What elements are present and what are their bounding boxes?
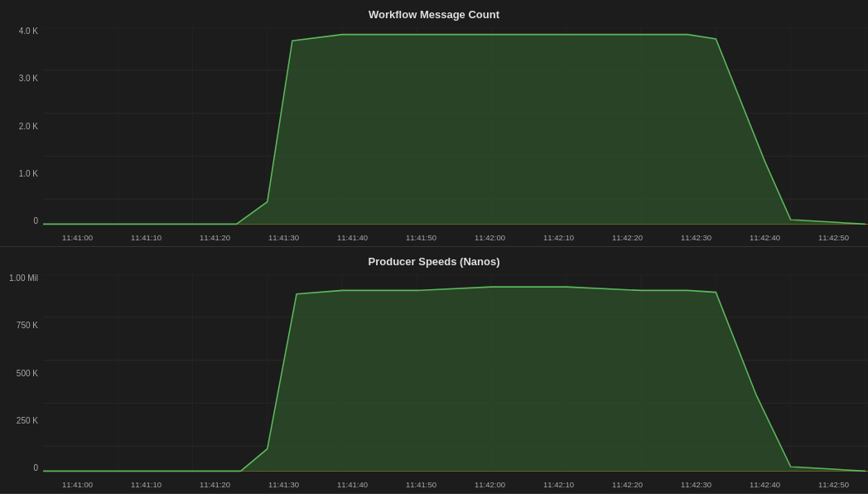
- x-label-2-5: 11:41:50: [387, 480, 456, 489]
- workflow-message-count-panel: Workflow Message Count 4.0 K 3.0 K 2.0 K…: [0, 0, 868, 247]
- chart-body-1: 4.0 K 3.0 K 2.0 K 1.0 K 0: [0, 27, 868, 242]
- x-label-1-7: 11:42:10: [524, 233, 593, 242]
- svg-marker-17: [43, 35, 868, 225]
- x-label-1-6: 11:42:00: [456, 233, 524, 242]
- x-label-2-1: 11:41:10: [112, 480, 181, 489]
- x-axis-1: 11:41:00 11:41:10 11:41:20 11:41:30 11:4…: [43, 225, 868, 242]
- chart-body-2: 1.00 Mil 750 K 500 K 250 K 0: [0, 274, 868, 489]
- y-label-2-3: 250 K: [0, 417, 38, 425]
- x-label-1-4: 11:41:40: [318, 233, 387, 242]
- y-label-1-2: 2.0 K: [0, 123, 38, 131]
- x-label-2-3: 11:41:30: [249, 480, 318, 489]
- y-label-2-1: 750 K: [0, 322, 38, 330]
- y-label-1-0: 4.0 K: [0, 27, 38, 36]
- x-label-2-11: 11:42:50: [799, 480, 868, 489]
- x-label-1-2: 11:41:20: [181, 233, 249, 242]
- x-label-1-10: 11:42:40: [731, 233, 799, 242]
- x-label-1-9: 11:42:30: [662, 233, 731, 242]
- y-label-2-4: 0: [0, 464, 38, 472]
- charts-container: Workflow Message Count 4.0 K 3.0 K 2.0 K…: [0, 0, 868, 494]
- chart-svg-2: [43, 274, 868, 489]
- chart-svg-1: [43, 27, 868, 242]
- x-label-2-8: 11:42:20: [593, 480, 662, 489]
- y-axis-2: 1.00 Mil 750 K 500 K 250 K 0: [0, 274, 43, 489]
- y-axis-1: 4.0 K 3.0 K 2.0 K 1.0 K 0: [0, 27, 43, 242]
- y-label-1-1: 3.0 K: [0, 75, 38, 83]
- x-label-1-1: 11:41:10: [112, 233, 181, 242]
- svg-marker-35: [43, 287, 868, 471]
- x-label-1-0: 11:41:00: [43, 233, 112, 242]
- x-label-2-7: 11:42:10: [524, 480, 593, 489]
- x-label-1-8: 11:42:20: [593, 233, 662, 242]
- x-label-2-4: 11:41:40: [318, 480, 387, 489]
- y-label-2-0: 1.00 Mil: [0, 274, 38, 283]
- producer-speeds-panel: Producer Speeds (Nanos) 1.00 Mil 750 K 5…: [0, 247, 868, 494]
- chart-area-1: 11:41:00 11:41:10 11:41:20 11:41:30 11:4…: [43, 27, 868, 242]
- x-label-1-5: 11:41:50: [387, 233, 456, 242]
- x-label-2-10: 11:42:40: [731, 480, 799, 489]
- chart-area-2: 11:41:00 11:41:10 11:41:20 11:41:30 11:4…: [43, 274, 868, 489]
- y-label-1-4: 0: [0, 217, 38, 225]
- x-label-2-6: 11:42:00: [456, 480, 524, 489]
- y-label-2-2: 500 K: [0, 370, 38, 378]
- x-label-2-9: 11:42:30: [662, 480, 731, 489]
- x-axis-2: 11:41:00 11:41:10 11:41:20 11:41:30 11:4…: [43, 472, 868, 489]
- chart-title-2: Producer Speeds (Nanos): [0, 255, 868, 268]
- y-label-1-3: 1.0 K: [0, 170, 38, 178]
- x-label-2-2: 11:41:20: [181, 480, 249, 489]
- x-label-1-11: 11:42:50: [799, 233, 868, 242]
- chart-title-1: Workflow Message Count: [0, 8, 868, 21]
- x-label-2-0: 11:41:00: [43, 480, 112, 489]
- x-label-1-3: 11:41:30: [249, 233, 318, 242]
